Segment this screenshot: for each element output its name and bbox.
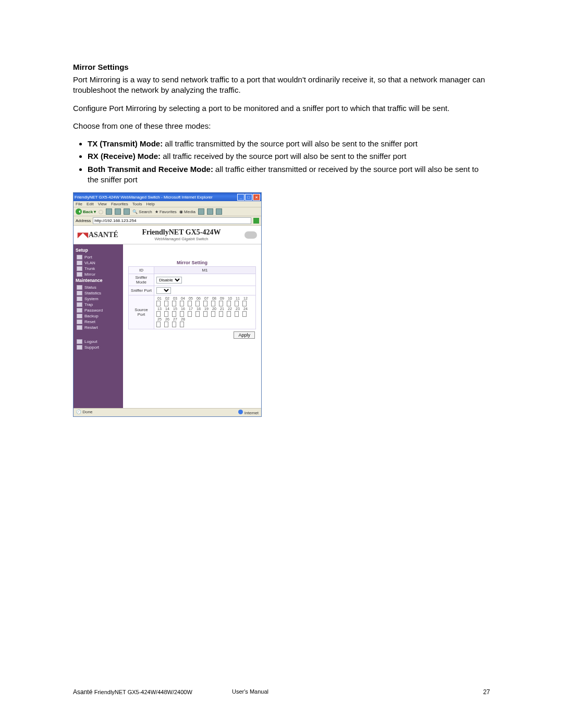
menu-tools[interactable]: Tools <box>132 202 142 206</box>
port-checkbox[interactable] <box>156 301 161 306</box>
page-icon <box>77 272 82 277</box>
sidebar-item-mirror[interactable]: Mirror <box>77 272 120 277</box>
sidebar-item-password[interactable]: Password <box>77 308 120 313</box>
menu-view[interactable]: View <box>98 202 107 206</box>
port-checkbox[interactable] <box>156 322 161 327</box>
status-zone: Internet <box>238 410 259 415</box>
port-checkbox[interactable] <box>180 301 184 306</box>
mode-both: Both Transmit and Receive Mode: all traf… <box>88 164 490 186</box>
port-checkbox[interactable] <box>180 322 184 327</box>
page-icon <box>77 325 82 330</box>
stop-icon[interactable] <box>106 208 112 215</box>
port-checkbox[interactable] <box>235 301 239 306</box>
port-checkbox[interactable] <box>211 301 215 306</box>
sidebar-item-system[interactable]: System <box>77 297 120 301</box>
port-checkbox[interactable] <box>211 311 215 317</box>
port-checkbox[interactable] <box>156 311 161 317</box>
media-button[interactable]: ◉ Media <box>179 209 195 214</box>
port-checkbox[interactable] <box>242 311 247 317</box>
back-button[interactable]: Back ▾ <box>76 208 96 215</box>
maximize-button[interactable]: □ <box>245 194 252 201</box>
sidebar-item-support[interactable]: Support <box>77 345 120 350</box>
port-checkbox[interactable] <box>172 322 176 327</box>
port-checkbox[interactable] <box>203 301 207 306</box>
mode-rx-text: all traffic received by the source port … <box>161 152 406 161</box>
back-icon <box>76 208 82 215</box>
print-icon[interactable] <box>216 208 222 215</box>
address-input[interactable] <box>93 217 251 224</box>
apply-button[interactable]: Apply <box>234 331 255 339</box>
port-checkbox[interactable] <box>180 311 184 317</box>
paragraph-3: Choose from one of these three modes: <box>73 121 490 131</box>
sidebar-item-logout[interactable]: Logout <box>77 339 120 344</box>
sidebar-item-port[interactable]: Port <box>77 255 120 260</box>
mode-rx-label: RX (Receive) Mode: <box>88 152 161 161</box>
page-icon <box>77 314 82 318</box>
port-label: 20 <box>211 307 217 311</box>
refresh-icon[interactable] <box>115 208 121 215</box>
port-label: 16 <box>180 307 186 311</box>
port-checkbox[interactable] <box>164 322 168 327</box>
port-checkbox[interactable] <box>227 301 231 306</box>
mode-tx-label: TX (Transmit) Mode: <box>88 139 163 148</box>
port-label: 21 <box>219 307 225 311</box>
port-label: 11 <box>235 297 241 300</box>
go-button[interactable] <box>253 218 259 224</box>
favorites-button[interactable]: ★ Favorites <box>155 209 177 214</box>
sidebar-item-restart[interactable]: Restart <box>77 325 120 330</box>
port-checkbox[interactable] <box>195 311 200 317</box>
forward-button[interactable]: ◯ <box>99 209 103 214</box>
port-checkbox[interactable] <box>172 311 176 317</box>
port-checkbox[interactable] <box>227 311 231 317</box>
sidebar-item-vlan[interactable]: VLAN <box>77 261 120 265</box>
port-checkbox[interactable] <box>188 301 192 306</box>
port-checkbox[interactable] <box>188 311 192 317</box>
port-checkbox[interactable] <box>164 311 168 317</box>
ie-toolbar: Back ▾ ◯ 🔍 Search ★ Favorites ◉ Media <box>74 207 261 216</box>
page-icon <box>77 339 82 344</box>
paragraph-2: Configure Port Mirroring by selecting a … <box>73 103 490 114</box>
port-label: 17 <box>188 307 194 311</box>
port-checkbox[interactable] <box>172 301 176 306</box>
mode-tx-text: all traffic transmitted by the source po… <box>163 139 418 148</box>
mail-icon[interactable] <box>207 208 213 215</box>
menu-edit[interactable]: Edit <box>87 202 94 206</box>
internet-icon <box>238 410 243 414</box>
port-checkbox[interactable] <box>235 311 239 317</box>
page-icon <box>77 345 82 350</box>
port-label: 23 <box>235 307 241 311</box>
sniffer-mode-select[interactable]: Disable <box>156 277 182 283</box>
menu-help[interactable]: Help <box>146 202 154 206</box>
minimize-button[interactable]: _ <box>237 194 244 201</box>
sidebar-item-statistics[interactable]: Statistics <box>77 291 120 295</box>
page-icon <box>77 285 82 290</box>
port-label: 08 <box>211 297 217 300</box>
product-subtitle: WebManaged Gigabit Switch <box>154 237 208 241</box>
port-checkbox[interactable] <box>203 311 207 317</box>
history-icon[interactable] <box>198 208 204 215</box>
search-button[interactable]: 🔍 Search <box>132 209 152 214</box>
port-checkbox[interactable] <box>242 301 247 306</box>
port-label: 12 <box>242 297 249 300</box>
col-id: ID <box>129 267 154 274</box>
port-checkbox[interactable] <box>164 301 168 306</box>
ie-menubar: File Edit View Favorites Tools Help <box>74 201 261 207</box>
port-label: 06 <box>195 297 202 300</box>
port-label: 22 <box>227 307 233 311</box>
home-icon[interactable] <box>124 208 130 215</box>
sidebar-item-backup[interactable]: Backup <box>77 314 120 318</box>
port-checkbox[interactable] <box>219 301 223 306</box>
sidebar-item-trap[interactable]: Trap <box>77 302 120 307</box>
port-checkbox[interactable] <box>195 301 200 306</box>
sniffer-port-select[interactable] <box>156 287 171 294</box>
port-checkbox[interactable] <box>219 311 223 317</box>
ie-statusbar: 🕘 Done Internet <box>74 408 261 416</box>
menu-file[interactable]: File <box>76 202 82 206</box>
address-label: Address <box>76 218 91 223</box>
sidebar-item-trunk[interactable]: Trunk <box>77 266 120 271</box>
sidebar-item-reset[interactable]: Reset <box>77 319 120 324</box>
sidebar-item-status[interactable]: Status <box>77 285 120 290</box>
close-button[interactable]: × <box>253 194 260 201</box>
port-label: 24 <box>242 307 249 311</box>
menu-favorites[interactable]: Favorites <box>111 202 128 206</box>
